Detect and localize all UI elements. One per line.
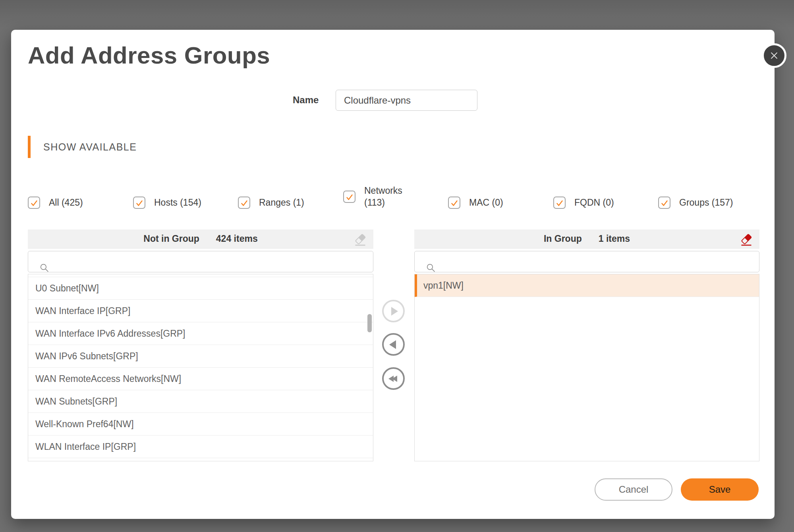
filter-hosts[interactable]: Hosts (154) [133, 197, 201, 209]
filter-label: Ranges (1) [259, 197, 304, 208]
list-item[interactable]: WLAN Interface IP[GRP] [28, 436, 373, 458]
name-row: Name [11, 90, 775, 111]
checkbox-checked-icon[interactable] [238, 197, 250, 209]
filter-label: Groups (157) [679, 197, 733, 208]
not-in-group-header: Not in Group 424 items [28, 229, 373, 249]
not-in-group-panel: Not in Group 424 items [28, 229, 373, 462]
move-right-button[interactable] [382, 300, 405, 322]
name-input[interactable] [336, 90, 477, 111]
move-left-button[interactable] [382, 333, 405, 356]
filter-label: MAC (0) [469, 197, 503, 208]
list-item[interactable]: vpn1[NW] [415, 274, 759, 297]
move-left-icon [389, 340, 396, 349]
checkbox-checked-icon[interactable] [448, 197, 460, 209]
in-group-panel: In Group 1 items [414, 229, 759, 462]
panel-title: Not in Group [143, 233, 199, 244]
name-label: Name [293, 94, 319, 106]
filter-networks[interactable]: Networks (113) [343, 185, 409, 208]
clear-not-in-group-button[interactable] [353, 233, 368, 247]
not-in-group-list: U0 Subnet[NW]WAN Interface IP[GRP]WAN In… [28, 274, 373, 461]
dialog-title: Add Address Groups [28, 42, 270, 69]
save-button[interactable]: Save [681, 478, 759, 501]
filter-label: FQDN (0) [574, 197, 614, 208]
close-button[interactable] [762, 43, 786, 68]
filter-label: Networks (113) [364, 185, 409, 208]
in-group-header: In Group 1 items [414, 229, 759, 249]
clear-in-group-button[interactable] [739, 233, 754, 247]
checkbox-checked-icon[interactable] [658, 197, 670, 209]
list-item[interactable]: WAN RemoteAccess Networks[NW] [28, 368, 373, 390]
filter-ranges[interactable]: Ranges (1) [238, 197, 304, 209]
not-in-group-search [28, 251, 373, 272]
checkbox-checked-icon[interactable] [553, 197, 566, 209]
checkbox-checked-icon[interactable] [343, 191, 355, 203]
list-item[interactable]: Well-Known Pref64[NW] [28, 413, 373, 436]
cancel-button[interactable]: Cancel [595, 478, 672, 501]
panel-count: 424 items [216, 233, 258, 244]
checkbox-checked-icon[interactable] [28, 197, 40, 209]
list-scroll-sliver [28, 274, 373, 277]
not-in-group-search-input[interactable] [28, 251, 373, 272]
panel-title: In Group [544, 233, 582, 244]
panel-count: 1 items [599, 233, 630, 244]
filter-fqdn[interactable]: FQDN (0) [553, 197, 614, 209]
checkbox-checked-icon[interactable] [133, 197, 145, 209]
list-item[interactable]: U0 Subnet[NW] [28, 277, 373, 300]
eraser-icon [354, 233, 367, 247]
scrollbar-thumb[interactable] [367, 314, 372, 332]
move-all-left-button[interactable] [382, 367, 405, 390]
accent-bar [28, 136, 31, 158]
eraser-icon [740, 233, 753, 247]
filter-mac[interactable]: MAC (0) [448, 197, 503, 209]
in-group-list: vpn1[NW] [414, 274, 759, 461]
list-item[interactable]: WAN Subnets[GRP] [28, 390, 373, 413]
move-all-left-icon [389, 376, 396, 382]
in-group-search [414, 251, 759, 272]
in-group-search-input[interactable] [415, 251, 759, 272]
filter-all[interactable]: All (425) [28, 197, 83, 209]
section-header: SHOW AVAILABLE [28, 136, 137, 158]
filter-groups[interactable]: Groups (157) [658, 197, 733, 209]
add-address-groups-dialog: Add Address Groups Name SHOW AVAILABLE A… [11, 30, 775, 519]
close-icon [769, 51, 779, 60]
section-header-label: SHOW AVAILABLE [43, 141, 137, 153]
list-item[interactable]: WAN IPv6 Subnets[GRP] [28, 345, 373, 368]
list-item[interactable]: WAN Interface IP[GRP] [28, 300, 373, 322]
list-item[interactable]: WAN Interface IPv6 Addresses[GRP] [28, 322, 373, 345]
filter-label: Hosts (154) [154, 197, 201, 208]
filter-label: All (425) [49, 197, 83, 208]
move-right-icon [391, 307, 398, 316]
